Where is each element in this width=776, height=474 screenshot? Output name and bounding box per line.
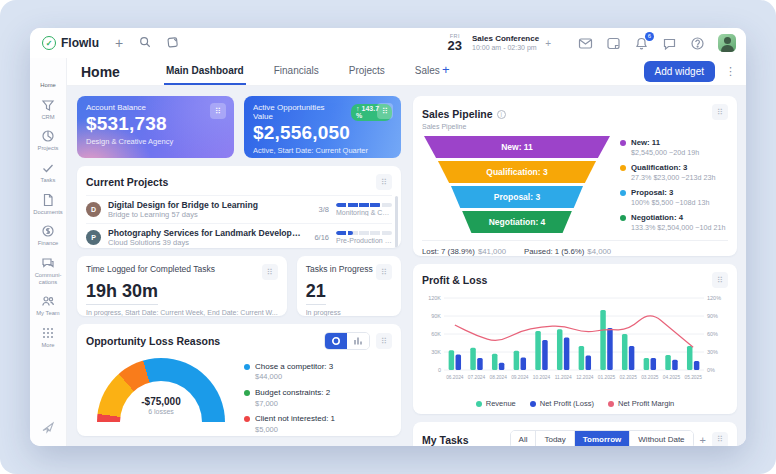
tab-projects[interactable]: Projects — [347, 57, 387, 85]
account-balance-value: $531,738 — [86, 113, 225, 135]
pipeline-legend-item[interactable]: Negotiation: 4133.3% $2,504,000 ~10d 21h — [620, 213, 728, 232]
projects-scrollbar[interactable] — [395, 196, 398, 248]
user-avatar[interactable] — [718, 34, 736, 52]
info-icon[interactable]: i — [497, 110, 506, 119]
project-row[interactable]: PPhotography Services for Landmark Devel… — [86, 223, 392, 248]
agenda-event[interactable]: Sales Conference 10:00 am - 02:30 pm — [472, 34, 539, 53]
bar-revenue[interactable] — [470, 348, 476, 370]
create-new-icon[interactable]: + — [115, 36, 123, 50]
bar-revenue[interactable] — [622, 334, 628, 370]
pipeline-stage-title: Negotiation: 4 — [631, 213, 726, 223]
drag-handle-icon[interactable] — [376, 174, 392, 190]
bar-net-profit-loss-[interactable] — [586, 356, 592, 370]
chart-legend-item[interactable]: Net Profit Margin — [608, 399, 674, 408]
bar-revenue[interactable] — [579, 346, 585, 370]
sidebar-item-projects[interactable]: Projects — [31, 125, 65, 157]
bar-net-profit-loss-[interactable] — [629, 346, 635, 370]
tab-sales[interactable]: Sales — [413, 57, 442, 85]
bar-revenue[interactable] — [665, 355, 671, 370]
pipeline-legend-item[interactable]: New: 11$2,545,000 ~20d 19h — [620, 138, 728, 157]
drag-handle-icon[interactable] — [712, 432, 728, 447]
loss-legend-item[interactable]: Budget constraints: 2$7,000 — [244, 388, 392, 408]
add-event-icon[interactable]: + — [545, 38, 551, 49]
sidebar-item-communications[interactable]: Communi- cations — [31, 252, 65, 290]
bar-net-profit-loss-[interactable] — [651, 358, 657, 370]
task-filter-tomorrow[interactable]: Tomorrow — [575, 431, 631, 446]
time-logged-sub: In progress, Start Date: Current Week, E… — [86, 309, 278, 316]
bar-net-profit-loss-[interactable] — [542, 340, 548, 370]
donut-view-button[interactable] — [325, 333, 347, 349]
bar-revenue[interactable] — [514, 351, 520, 370]
add-widget-button[interactable]: Add widget — [644, 61, 715, 82]
bar-view-button[interactable] — [347, 333, 369, 349]
drag-handle-icon[interactable] — [712, 104, 728, 120]
messenger-icon[interactable] — [662, 36, 677, 51]
funnel-stage[interactable]: New: 11 — [424, 136, 610, 158]
add-tab-icon[interactable]: + — [442, 62, 450, 82]
assistant-bird-icon[interactable] — [41, 420, 55, 438]
notes-icon[interactable] — [606, 36, 621, 51]
drag-handle-icon[interactable] — [377, 103, 393, 119]
bar-net-profit-loss-[interactable] — [499, 363, 505, 370]
tab-financials[interactable]: Financials — [272, 57, 321, 85]
bar-revenue[interactable] — [687, 346, 693, 370]
bar-revenue[interactable] — [600, 310, 606, 370]
loss-legend-item[interactable]: Chose a competitor: 3$44,000 — [244, 362, 392, 382]
project-info: Digital Design for Bridge to LearningBri… — [108, 200, 312, 220]
tasks-in-progress-value[interactable]: 21 — [306, 281, 326, 305]
pipeline-legend-item[interactable]: Proposal: 3100% $5,500 ~108d 13h — [620, 188, 728, 207]
bar-net-profit-loss-[interactable] — [694, 361, 700, 370]
bar-revenue[interactable] — [557, 329, 563, 370]
sidebar-item-home[interactable]: Home — [31, 62, 65, 94]
account-balance-card[interactable]: Account Balance $531,738 Design & Creati… — [77, 96, 234, 158]
project-row[interactable]: DDigital Design for Bridge to LearningBr… — [86, 195, 392, 223]
chart-legend-item[interactable]: Net Profit (Loss) — [530, 399, 594, 408]
sidebar-item-tasks[interactable]: Tasks — [31, 157, 65, 189]
drag-handle-icon[interactable] — [376, 333, 392, 349]
bar-revenue[interactable] — [492, 354, 498, 370]
task-filter-without-date[interactable]: Without Date — [630, 431, 692, 446]
notifications-bell-icon[interactable]: 6 — [634, 36, 649, 51]
funnel-stage[interactable]: Qualification: 3 — [424, 161, 610, 183]
drag-handle-icon[interactable] — [712, 272, 728, 288]
sidebar-item-finance[interactable]: Finance — [31, 220, 65, 252]
finance-icon — [41, 224, 55, 238]
search-icon[interactable] — [139, 36, 151, 50]
bar-net-profit-loss-[interactable] — [672, 360, 678, 370]
loss-legend-item[interactable]: Client not interested: 1$5,000 — [244, 414, 392, 434]
flowlu-logo[interactable]: ✓ Flowlu — [42, 36, 99, 50]
desktop-background: ✓ Flowlu + Fri 23 Sales Conference 10:00… — [0, 0, 776, 474]
pipeline-legend-item[interactable]: Qualification: 327.3% $23,000 ~213d 23h — [620, 163, 728, 182]
time-logged-value[interactable]: 19h 30m — [86, 281, 158, 305]
drag-handle-icon[interactable] — [376, 264, 392, 280]
bar-net-profit-loss-[interactable] — [607, 328, 613, 370]
sidebar-item-documents[interactable]: Documents — [31, 189, 65, 221]
sidebar-item-crm[interactable]: CRM — [31, 94, 65, 126]
task-filter-all[interactable]: All — [511, 431, 537, 446]
drag-handle-icon[interactable] — [262, 264, 278, 280]
bar-net-profit-loss-[interactable] — [477, 358, 483, 370]
drag-handle-icon[interactable] — [210, 103, 226, 119]
chart-legend-item[interactable]: Revenue — [476, 399, 516, 408]
add-task-icon[interactable]: + — [700, 434, 706, 446]
bar-revenue[interactable] — [535, 331, 541, 370]
tab-main-dashboard[interactable]: Main Dashboard — [164, 57, 246, 85]
funnel-stage[interactable]: Negotiation: 4 — [424, 211, 610, 233]
funnel-stage[interactable]: Proposal: 3 — [424, 186, 610, 208]
bar-net-profit-loss-[interactable] — [564, 338, 570, 370]
compose-note-icon[interactable] — [167, 36, 179, 50]
bar-revenue[interactable] — [449, 350, 455, 370]
calendar-date[interactable]: Fri 23 — [448, 34, 462, 53]
sidebar-item-my-team[interactable]: My Team — [31, 290, 65, 322]
bar-net-profit-loss-[interactable] — [521, 357, 527, 370]
help-icon[interactable] — [690, 36, 705, 51]
bar-net-profit-loss-[interactable] — [456, 354, 462, 370]
page-menu-icon[interactable]: ⋮ — [725, 65, 736, 78]
task-filter-today[interactable]: Today — [536, 431, 574, 446]
sidebar-nav: HomeCRMProjectsTasksDocumentsFinanceComm… — [30, 58, 67, 446]
bar-revenue[interactable] — [644, 358, 650, 370]
mail-icon[interactable] — [578, 36, 593, 51]
tasks-in-progress-sub: In progress — [306, 309, 392, 316]
opportunities-value-card[interactable]: Active Opportunities Value ↑ 143.7 % $2,… — [244, 96, 401, 158]
sidebar-item-more[interactable]: More — [31, 322, 65, 354]
